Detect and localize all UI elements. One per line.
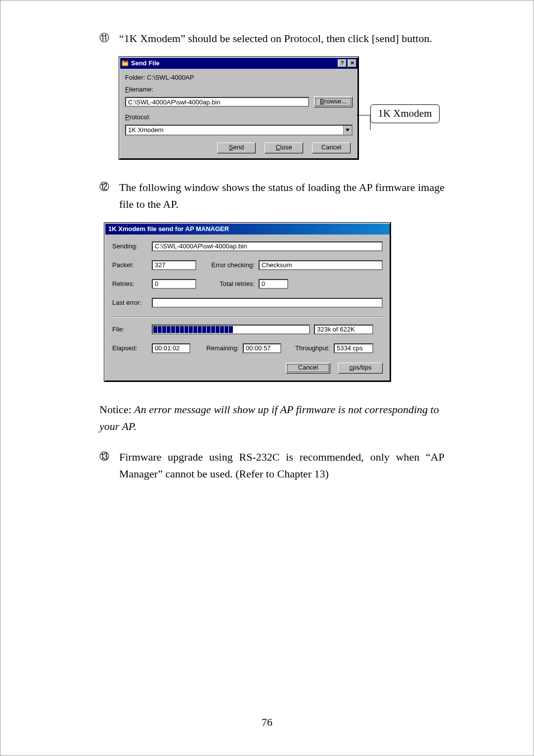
errcheck-label: Error checking:: [200, 260, 255, 270]
document-page: ⑪ “1K Xmodem” should be selected on Prot…: [0, 0, 534, 756]
list-item: ⑫ The following window shows the status …: [99, 179, 445, 213]
folder-row: Folder: C:\SWL-4000AP: [125, 73, 353, 83]
folder-label: Folder:: [125, 74, 147, 81]
remaining-label: Remaining:: [194, 343, 239, 353]
retries-label: Retries:: [112, 279, 148, 289]
dialog-title: Send File: [131, 58, 337, 68]
sendfile-dialog: Send File ? ✕ Folder: C:\SWL-4000AP File…: [119, 57, 358, 159]
sending-label: Sending:: [112, 241, 148, 251]
packet-label: Packet:: [112, 260, 148, 270]
progress-title: 1K Xmodem file send for AP MANAGER: [105, 224, 390, 235]
progress-buttons: Cancel cps/bps: [112, 363, 383, 374]
close-accel: C: [275, 143, 280, 151]
lasterror-row: Last error:: [112, 298, 383, 308]
throughput-label: Throughput:: [285, 343, 330, 353]
sending-row: Sending: C:\SWL-4000AP\swl-4000ap.bin: [112, 241, 383, 251]
packet-value: 327: [152, 260, 196, 270]
filename-label-row: Filename:: [125, 85, 353, 94]
sendfile-figure: Send File ? ✕ Folder: C:\SWL-4000AP File…: [119, 57, 445, 159]
protocol-value: 1K Xmodem: [126, 126, 343, 135]
cancel-button[interactable]: Cancel: [312, 142, 351, 153]
retries-value: 0: [152, 279, 196, 289]
protocol-accel: P: [125, 113, 130, 121]
file-progressbar: [152, 325, 310, 334]
lasterror-value: [152, 298, 383, 308]
titlebar: Send File ? ✕: [120, 58, 357, 69]
notice-message: An error message will show up if AP firm…: [99, 403, 439, 432]
cpsbps-button[interactable]: cps/bps: [338, 363, 383, 374]
dialog-body: Folder: C:\SWL-4000AP Filename: C:\SWL-4…: [120, 69, 357, 158]
send-button[interactable]: Send: [217, 142, 256, 153]
remaining-value: 00:00:57: [243, 343, 281, 353]
file-label: File:: [112, 325, 148, 334]
app-icon: [121, 59, 129, 67]
protocol-label: rotocol:: [130, 113, 151, 121]
elapsed-value: 00:01:02: [152, 343, 190, 353]
item-text: The following window shows the status of…: [119, 179, 445, 213]
browse-text: rowse...: [324, 97, 347, 105]
page-content: ⑪ “1K Xmodem” should be selected on Prot…: [99, 30, 445, 482]
progress-cancel-button[interactable]: Cancel: [286, 363, 330, 374]
help-button[interactable]: ?: [338, 59, 347, 67]
close-dialog-button[interactable]: Close: [265, 142, 303, 153]
svg-point-2: [126, 60, 128, 62]
item-text: Firmware upgrade using RS-232C is recomm…: [119, 449, 445, 482]
notice: Notice: An error message will show up if…: [99, 401, 445, 435]
notice-lead: Notice:: [99, 403, 134, 416]
item-number: ⑬: [99, 449, 119, 482]
list-item: ⑬ Firmware upgrade using RS-232C is reco…: [99, 449, 445, 482]
svg-rect-1: [122, 61, 125, 62]
filename-label: ilename:: [129, 86, 153, 93]
totalretries-value: 0: [259, 279, 288, 289]
svg-marker-3: [346, 129, 350, 132]
file-status: 323k of 622K: [314, 325, 373, 334]
protocol-row: 1K Xmodem: [125, 125, 353, 136]
item-number: ⑪: [99, 30, 119, 47]
filename-row: C:\SWL-4000AP\swl-4000ap.bin Browse...: [125, 96, 353, 107]
file-row: File: 323k of 622K: [112, 325, 383, 334]
item-text: “1K Xmodem” should be selected on Protoc…: [119, 30, 445, 47]
packet-row: Packet: 327 Error checking: Checksum: [112, 260, 383, 270]
callout: 1K Xmodem: [356, 102, 440, 125]
totalretries-label: Total retries:: [200, 279, 255, 289]
filename-input[interactable]: C:\SWL-4000AP\swl-4000ap.bin: [125, 97, 309, 107]
browse-accel: B: [320, 97, 324, 105]
list-item: ⑪ “1K Xmodem” should be selected on Prot…: [99, 30, 445, 47]
errcheck-value: Checksum: [259, 260, 383, 270]
folder-value: C:\SWL-4000AP: [147, 74, 194, 81]
page-number: 76: [0, 716, 534, 729]
send-text: end: [233, 143, 244, 151]
browse-button[interactable]: Browse...: [314, 96, 353, 107]
protocol-select[interactable]: 1K Xmodem: [125, 125, 353, 136]
callout-box: 1K Xmodem: [370, 104, 440, 123]
dialog-buttons: Send Close Cancel: [125, 142, 353, 153]
close-text: lose: [280, 143, 292, 151]
sending-value: C:\SWL-4000AP\swl-4000ap.bin: [152, 241, 383, 251]
throughput-value: 5334 cps: [334, 343, 373, 353]
cpsbps-text: ps/bps: [353, 364, 371, 371]
chevron-down-icon[interactable]: [343, 126, 352, 135]
divider: [112, 317, 383, 318]
retries-row: Retries: 0 Total retries: 0: [112, 279, 383, 289]
progress-body: Sending: C:\SWL-4000AP\swl-4000ap.bin Pa…: [105, 235, 390, 380]
protocol-label-row: Protocol:: [125, 112, 353, 122]
lasterror-label: Last error:: [112, 298, 148, 308]
time-row: Elapsed: 00:01:02 Remaining: 00:00:57 Th…: [112, 343, 383, 353]
progress-dialog: 1K Xmodem file send for AP MANAGER Sendi…: [104, 223, 391, 381]
filename-accel: F: [125, 86, 129, 93]
elapsed-label: Elapsed:: [112, 343, 148, 353]
close-button[interactable]: ✕: [348, 59, 356, 67]
item-number: ⑫: [99, 179, 119, 213]
